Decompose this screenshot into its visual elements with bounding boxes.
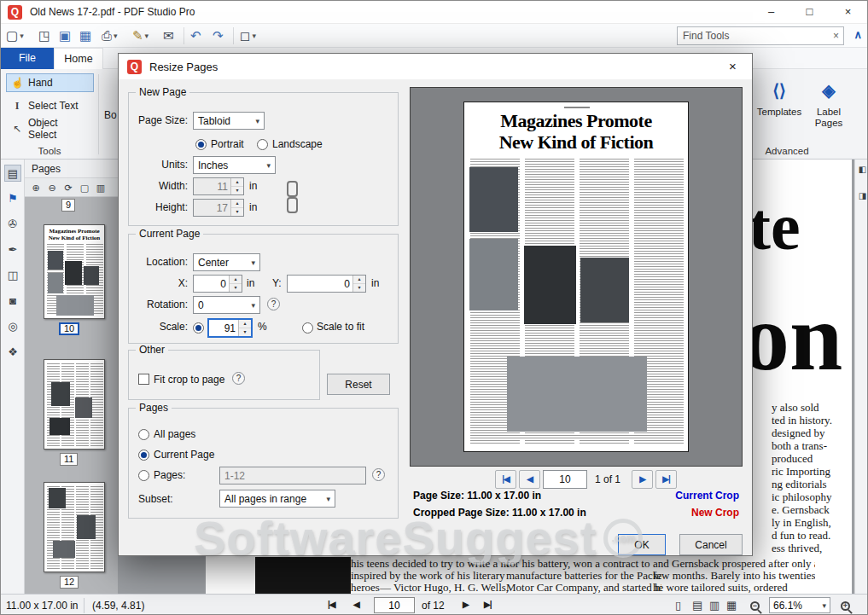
bookmarks-panel-icon[interactable]: ⚑ xyxy=(4,190,21,207)
maximize-button[interactable]: □ xyxy=(790,1,829,23)
page-size-dropdown[interactable]: Tabloid ▾ xyxy=(193,112,265,130)
page-12-label[interactable]: 12 xyxy=(60,576,79,589)
page-11-label[interactable]: 11 xyxy=(60,453,78,466)
thumbnail-image xyxy=(84,266,99,285)
comments-panel-icon[interactable]: ◙ xyxy=(4,293,21,310)
tags-panel-icon[interactable]: ❖ xyxy=(4,344,21,361)
next-page-button[interactable]: ▶ xyxy=(463,600,469,609)
spinner-buttons[interactable]: ▴▾ xyxy=(238,320,251,336)
units-dropdown[interactable]: Inches ▾ xyxy=(193,156,276,174)
extract-page-icon[interactable]: ▥ xyxy=(94,181,108,194)
cancel-button[interactable]: Cancel xyxy=(679,534,743,555)
scale-spinner[interactable]: ▴▾ xyxy=(207,318,253,338)
preview-previous-page-button[interactable]: ◀ xyxy=(519,470,540,489)
rotation-help-icon[interactable]: ? xyxy=(267,298,280,310)
new-crop-link[interactable]: New Crop xyxy=(691,507,739,519)
new-page-legend: New Page xyxy=(136,86,189,98)
label-pages-button[interactable]: ◈Label Pages xyxy=(805,78,853,129)
rotation-dropdown[interactable]: 0 ▾ xyxy=(193,296,260,314)
page-number-input[interactable] xyxy=(374,597,415,613)
height-label: Height: xyxy=(119,201,188,213)
x-spinner[interactable]: ▴▾ xyxy=(193,275,242,293)
first-page-button[interactable]: |◀ xyxy=(328,600,335,609)
snapshot-button[interactable]: ◻▾ xyxy=(238,26,258,46)
zoom-in-icon[interactable]: + xyxy=(841,601,850,611)
page-10-label[interactable]: 10 xyxy=(59,322,79,335)
page-10-thumbnail[interactable]: Magazines Promote New Kind of Fiction xyxy=(44,224,105,319)
thumbnail-image xyxy=(53,541,75,558)
undo-button[interactable]: ↶ xyxy=(189,26,203,46)
close-button[interactable]: × xyxy=(829,1,867,23)
current-page-radio[interactable] xyxy=(138,450,149,461)
subset-dropdown[interactable]: All pages in range ▾ xyxy=(219,490,335,508)
new-document-button[interactable]: ▢▾ xyxy=(4,26,26,46)
page-11-thumbnail[interactable] xyxy=(44,359,105,450)
continuous-view-icon[interactable]: ▤ xyxy=(692,599,702,612)
last-page-button[interactable]: ▶| xyxy=(484,600,492,609)
markup-button[interactable]: ✎▾ xyxy=(131,26,150,46)
email-button[interactable]: ✉ xyxy=(161,26,176,46)
portrait-radio[interactable] xyxy=(195,139,207,150)
signature-pane-icon[interactable]: ◨ xyxy=(857,190,868,202)
previous-page-button[interactable]: ◀ xyxy=(353,600,359,609)
spinner-buttons[interactable]: ▴▾ xyxy=(229,276,242,292)
minimize-button[interactable]: – xyxy=(752,1,790,23)
save-all-button[interactable]: ▦ xyxy=(78,26,93,46)
x-input[interactable] xyxy=(194,276,229,292)
select-text-tool-button[interactable]: ISelect Text xyxy=(6,96,94,115)
clear-search-icon[interactable]: × xyxy=(833,30,839,42)
comment-pane-icon[interactable]: ◧ xyxy=(857,164,868,176)
open-button[interactable]: ◳ xyxy=(37,26,52,46)
object-select-tool-button[interactable]: ↖Object Select xyxy=(6,119,94,138)
print-button[interactable]: ⎙▾ xyxy=(100,26,119,46)
templates-button[interactable]: ⟨⟩Templates xyxy=(755,78,803,118)
spinner-buttons[interactable]: ▴▾ xyxy=(352,276,365,292)
pages-range-radio[interactable] xyxy=(138,470,149,481)
reset-button[interactable]: Reset xyxy=(327,374,390,395)
landscape-radio[interactable] xyxy=(257,139,268,150)
signatures-panel-icon[interactable]: ✒ xyxy=(4,241,21,258)
preview-next-page-button[interactable]: ▶ xyxy=(632,470,653,489)
insert-page-icon[interactable]: ▢ xyxy=(78,181,91,194)
pages-panel-title: Pages xyxy=(25,160,118,178)
all-pages-radio[interactable] xyxy=(138,429,149,440)
scale-to-fit-radio[interactable] xyxy=(302,322,313,334)
scale-radio[interactable] xyxy=(193,322,204,334)
y-spinner[interactable]: ▴▾ xyxy=(287,275,366,293)
single-page-view-icon[interactable]: ▯ xyxy=(675,599,681,612)
page-9-label[interactable]: 9 xyxy=(61,199,75,212)
pages-range-help-icon[interactable]: ? xyxy=(372,468,385,481)
clipped-ribbon-button[interactable]: Bo xyxy=(104,109,117,121)
preview-last-page-button[interactable]: ▶| xyxy=(655,470,677,489)
y-input[interactable] xyxy=(288,276,352,292)
snapshot-icon: ◻ xyxy=(240,28,250,44)
facing-continuous-view-icon[interactable]: ▦ xyxy=(726,599,737,612)
dialog-close-button[interactable]: × xyxy=(714,54,752,79)
ok-button[interactable]: OK xyxy=(618,534,666,555)
tab-file[interactable]: File xyxy=(1,48,54,69)
save-button[interactable]: ▣ xyxy=(57,26,73,46)
preview-first-page-button[interactable]: |◀ xyxy=(495,470,516,489)
collapse-ribbon-icon[interactable]: ∧ xyxy=(853,28,862,41)
find-tools-input[interactable] xyxy=(677,26,844,45)
zoom-in-thumbnails-icon[interactable]: ⊕ xyxy=(29,181,43,194)
zoom-out-icon[interactable]: − xyxy=(750,601,760,611)
layers-panel-icon[interactable]: ◫ xyxy=(4,267,21,284)
zoom-out-thumbnails-icon[interactable]: ⊖ xyxy=(45,181,59,194)
thumbnails-panel-icon[interactable]: ▤ xyxy=(4,165,21,182)
zoom-level-dropdown[interactable]: 66.1% ▾ xyxy=(769,597,830,613)
hand-tool-button[interactable]: ☝Hand xyxy=(6,73,94,92)
attachments-panel-icon[interactable]: ✇ xyxy=(4,216,21,233)
page-12-thumbnail[interactable] xyxy=(44,482,105,572)
tab-home[interactable]: Home xyxy=(54,48,103,69)
current-crop-link[interactable]: Current Crop xyxy=(675,490,739,502)
redo-button[interactable]: ↷ xyxy=(211,26,225,46)
preview-page-input[interactable] xyxy=(543,470,587,489)
fit-crop-help-icon[interactable]: ? xyxy=(232,372,245,385)
scale-input[interactable] xyxy=(209,320,238,336)
destinations-panel-icon[interactable]: ◎ xyxy=(4,318,21,335)
rotate-page-icon[interactable]: ⟳ xyxy=(61,181,75,194)
location-dropdown[interactable]: Center ▾ xyxy=(193,253,260,271)
fit-crop-checkbox[interactable] xyxy=(138,374,149,385)
facing-view-icon[interactable]: ▥ xyxy=(709,599,719,612)
